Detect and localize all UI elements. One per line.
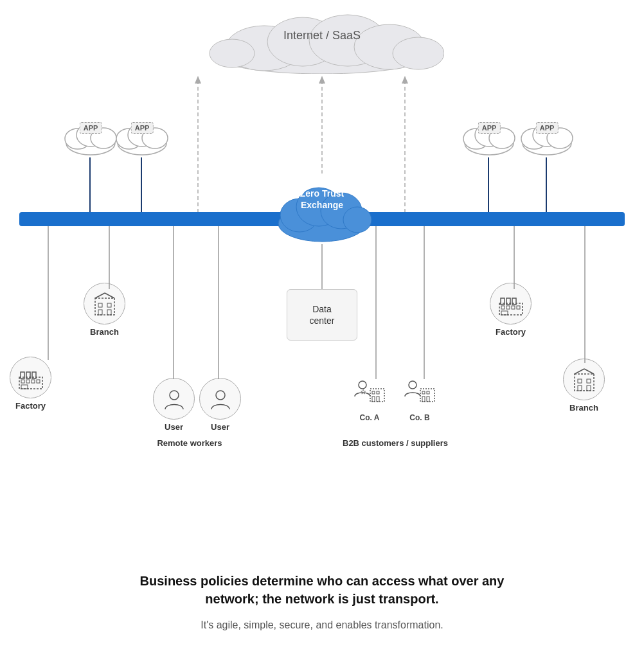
- co-a: Co. A: [350, 376, 389, 422]
- svg-line-92: [575, 369, 584, 374]
- svg-rect-59: [21, 385, 28, 389]
- internet-saas-cloud: Internet / SaaS: [200, 6, 444, 77]
- svg-rect-57: [31, 380, 35, 383]
- factory-left: Factory: [10, 357, 51, 411]
- app-label-1: APP: [80, 122, 102, 134]
- user-2: User: [199, 378, 241, 432]
- user-2-icon: [199, 378, 241, 420]
- svg-rect-82: [517, 306, 520, 309]
- user-1-label: User: [165, 422, 183, 432]
- data-center: Data center: [287, 289, 357, 341]
- svg-rect-50: [98, 310, 102, 315]
- svg-rect-58: [37, 380, 40, 383]
- svg-rect-76: [422, 396, 425, 402]
- branch-right-icon: [563, 359, 605, 400]
- branch-left: Branch: [84, 283, 125, 337]
- factory-right-label: Factory: [496, 327, 526, 337]
- svg-rect-71: [377, 396, 379, 402]
- factory-right: Factory: [490, 283, 532, 337]
- svg-rect-68: [372, 391, 375, 394]
- factory-left-icon: [10, 357, 51, 398]
- svg-rect-56: [26, 380, 30, 383]
- svg-marker-66: [361, 389, 366, 394]
- factory-right-icon: [490, 283, 532, 325]
- co-b-icon: [400, 376, 439, 411]
- app-cloud-4: APP: [518, 108, 576, 156]
- branch-left-label: Branch: [90, 327, 119, 337]
- app-cloud-3: APP: [460, 108, 518, 156]
- remote-workers-label: Remote workers: [138, 437, 241, 449]
- svg-rect-83: [501, 311, 508, 315]
- svg-point-25: [210, 39, 255, 67]
- svg-line-53: [105, 293, 114, 298]
- app-label-2: APP: [131, 122, 154, 134]
- co-a-icon: [350, 376, 389, 411]
- svg-point-72: [409, 381, 416, 389]
- co-b: Co. B: [400, 376, 439, 422]
- main-text: Business policies determine who can acce…: [32, 572, 612, 608]
- svg-rect-69: [377, 391, 379, 394]
- svg-rect-77: [427, 396, 429, 402]
- b2b-group: Co. A Co. B: [350, 376, 439, 422]
- co-a-label: Co. A: [360, 413, 380, 422]
- factory-left-label: Factory: [15, 401, 46, 411]
- app-label-4: APP: [536, 122, 559, 134]
- svg-point-24: [393, 37, 444, 69]
- diagram-container: Internet / SaaS APP APP APP: [0, 0, 644, 527]
- zte-label: Zero Trust Exchange: [300, 188, 344, 211]
- branch-left-icon: [84, 283, 125, 325]
- branch-right: Branch: [563, 359, 605, 413]
- app-cloud-1: APP: [62, 108, 120, 156]
- bottom-section: Business policies determine who can acce…: [32, 572, 612, 632]
- data-center-label: Data center: [310, 303, 335, 326]
- svg-rect-88: [578, 379, 582, 383]
- sub-text: It's agile, simple, secure, and enables …: [32, 618, 612, 632]
- svg-rect-49: [107, 303, 111, 307]
- zte-cloud: Zero Trust Exchange: [271, 173, 373, 244]
- svg-rect-70: [372, 396, 375, 402]
- svg-rect-48: [98, 303, 102, 307]
- svg-rect-55: [21, 380, 24, 383]
- connection-lines: [0, 0, 644, 527]
- b2b-label: B2B customers / suppliers: [341, 437, 450, 449]
- svg-rect-80: [506, 306, 510, 309]
- user-2-label: User: [211, 422, 229, 432]
- svg-rect-75: [427, 391, 429, 394]
- user-1-icon: [153, 378, 195, 420]
- svg-line-93: [584, 369, 594, 374]
- svg-rect-91: [587, 386, 591, 391]
- svg-point-65: [359, 381, 366, 389]
- app-cloud-2: APP: [113, 108, 171, 156]
- svg-rect-89: [587, 379, 591, 383]
- internet-label: Internet / SaaS: [283, 29, 361, 42]
- user-1: User: [153, 378, 195, 432]
- branch-right-label: Branch: [569, 403, 598, 413]
- svg-rect-79: [501, 306, 505, 309]
- app-label-3: APP: [478, 122, 501, 134]
- svg-rect-74: [422, 391, 425, 394]
- svg-rect-51: [107, 310, 111, 315]
- svg-point-46: [343, 207, 371, 233]
- svg-rect-81: [512, 306, 515, 309]
- svg-line-52: [95, 293, 105, 298]
- co-b-label: Co. B: [409, 413, 429, 422]
- svg-point-64: [216, 391, 225, 400]
- svg-point-63: [170, 391, 179, 400]
- svg-rect-90: [578, 386, 582, 391]
